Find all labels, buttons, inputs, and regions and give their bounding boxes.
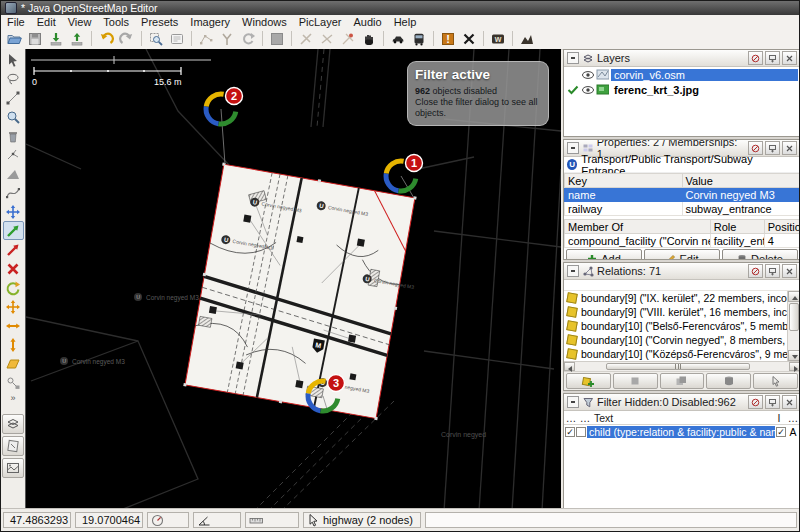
dock-panel-button[interactable] bbox=[765, 395, 780, 409]
menu-tools[interactable]: Tools bbox=[97, 16, 135, 28]
menu-imagery[interactable]: Imagery bbox=[184, 16, 236, 28]
zoom-icon[interactable] bbox=[3, 107, 24, 126]
spline-icon[interactable] bbox=[3, 183, 24, 202]
piclayer-scale-icon[interactable] bbox=[3, 297, 24, 316]
save-icon[interactable] bbox=[25, 29, 45, 48]
piclayer-move-icon[interactable] bbox=[3, 221, 24, 240]
utils-tool-2-icon[interactable] bbox=[317, 29, 337, 48]
map-canvas[interactable]: 0 15.6 m bbox=[26, 49, 561, 511]
dock-panel-button[interactable] bbox=[765, 264, 780, 278]
piclayer-remove-point-icon[interactable] bbox=[3, 259, 24, 278]
merge-nodes-icon[interactable] bbox=[217, 29, 237, 48]
open-icon[interactable] bbox=[4, 29, 24, 48]
delete-tag-button[interactable]: Delete bbox=[722, 249, 798, 260]
relations-filter-strip[interactable] bbox=[564, 280, 800, 291]
collapse-icon[interactable] bbox=[567, 52, 579, 64]
relation-item[interactable]: boundary[10] ("Belső-Ferencváros", 5 mem… bbox=[564, 319, 800, 333]
piclayer-rotate-icon[interactable] bbox=[3, 278, 24, 297]
vertical-scrollbar[interactable] bbox=[787, 291, 800, 361]
horizontal-scrollbar[interactable] bbox=[564, 361, 800, 371]
draw-way-icon[interactable] bbox=[196, 29, 216, 48]
undo-icon[interactable] bbox=[96, 29, 116, 48]
redo-icon[interactable] bbox=[117, 29, 137, 48]
public-transport-icon[interactable] bbox=[409, 29, 429, 48]
extract-node-icon[interactable] bbox=[3, 145, 24, 164]
piclayer-move-point-icon[interactable] bbox=[3, 240, 24, 259]
relation-item[interactable]: boundary[9] ("IX. kerület", 22 members, … bbox=[564, 291, 800, 305]
menu-edit[interactable]: Edit bbox=[31, 16, 62, 28]
duplicate-relation-button[interactable] bbox=[660, 373, 705, 389]
refresh-icon[interactable] bbox=[238, 29, 258, 48]
piclayer-scale-x-icon[interactable] bbox=[3, 316, 24, 335]
add-tag-button[interactable]: Add bbox=[566, 249, 642, 260]
scroll-right-icon[interactable] bbox=[789, 362, 800, 371]
pan-hand-icon[interactable] bbox=[359, 29, 379, 48]
hide-panel-button[interactable] bbox=[748, 395, 763, 409]
toggle-properties-dialog-button[interactable] bbox=[2, 436, 24, 456]
layer-row-osm[interactable]: corvin_v6.osm bbox=[564, 67, 800, 82]
filter-enabled-checkbox[interactable] bbox=[565, 427, 575, 437]
piclayer-shear-icon[interactable] bbox=[3, 354, 24, 373]
select-relation-button[interactable] bbox=[753, 373, 798, 389]
close-panel-button[interactable] bbox=[782, 51, 797, 65]
improve-accuracy-icon[interactable] bbox=[3, 164, 24, 183]
menu-piclayer[interactable]: PicLayer bbox=[293, 16, 348, 28]
menu-help[interactable]: Help bbox=[388, 16, 423, 28]
scroll-left-icon[interactable] bbox=[564, 362, 575, 371]
visibility-eye-icon[interactable] bbox=[581, 69, 594, 81]
stamp-icon[interactable] bbox=[3, 373, 24, 392]
relation-item[interactable]: boundary[9] ("VIII. kerület", 16 members… bbox=[564, 305, 800, 319]
wms-layer-icon[interactable]: w bbox=[488, 29, 508, 48]
preset-row[interactable]: U Transport/Public Transport/Subway Entr… bbox=[564, 157, 800, 173]
edit-tag-button[interactable]: Edit bbox=[644, 249, 720, 260]
collapse-icon[interactable] bbox=[567, 142, 579, 154]
draw-node-icon[interactable] bbox=[3, 88, 24, 107]
hide-panel-button[interactable] bbox=[748, 51, 763, 65]
terrain-levels-icon[interactable] bbox=[517, 29, 537, 48]
scroll-thumb[interactable] bbox=[789, 303, 799, 331]
menu-presets[interactable]: Presets bbox=[135, 16, 184, 28]
menu-view[interactable]: View bbox=[62, 16, 98, 28]
filter-inverted-checkbox[interactable] bbox=[776, 427, 786, 437]
download-data-icon[interactable] bbox=[46, 29, 66, 48]
filter-row[interactable]: child (type:relation & facility:public &… bbox=[564, 425, 800, 439]
menu-windows[interactable]: Windows bbox=[236, 16, 293, 28]
edit-relation-button[interactable] bbox=[613, 373, 658, 389]
car-icon[interactable] bbox=[388, 29, 408, 48]
menu-file[interactable]: File bbox=[1, 16, 31, 28]
status-help-field[interactable] bbox=[425, 512, 797, 528]
menu-audio[interactable]: Audio bbox=[348, 16, 388, 28]
select-icon[interactable] bbox=[3, 50, 24, 69]
layer-row-image[interactable]: ferenc_krt_3.jpg bbox=[564, 82, 800, 97]
visibility-eye-icon[interactable] bbox=[581, 84, 594, 96]
tag-row[interactable]: name Corvin negyed M3 bbox=[565, 188, 800, 202]
new-relation-button[interactable] bbox=[566, 373, 611, 389]
move-layer-icon[interactable] bbox=[3, 202, 24, 221]
close-panel-button[interactable] bbox=[782, 395, 797, 409]
delete-icon[interactable] bbox=[459, 29, 479, 48]
piclayer-scale-y-icon[interactable] bbox=[3, 335, 24, 354]
membership-row[interactable]: compound_facility ("Corvin negyed M3", 1… bbox=[565, 234, 800, 248]
tag-row[interactable]: railway subway_entrance bbox=[565, 202, 800, 216]
toggle-map-dialog-button[interactable] bbox=[2, 458, 24, 478]
delete-relation-button[interactable] bbox=[706, 373, 751, 389]
dock-panel-button[interactable] bbox=[765, 51, 780, 65]
more-tools-button[interactable]: » bbox=[10, 392, 15, 404]
delete-node-icon[interactable] bbox=[3, 126, 24, 145]
history-icon[interactable] bbox=[167, 29, 187, 48]
utils-tool-3-icon[interactable] bbox=[338, 29, 358, 48]
close-panel-button[interactable] bbox=[782, 264, 797, 278]
scroll-down-icon[interactable] bbox=[788, 350, 800, 361]
collapse-icon[interactable] bbox=[567, 265, 579, 277]
scroll-up-icon[interactable] bbox=[788, 291, 800, 302]
lasso-icon[interactable] bbox=[3, 69, 24, 88]
filter-expression[interactable]: child (type:relation & facility:public &… bbox=[587, 426, 775, 438]
scroll-thumb[interactable] bbox=[606, 363, 750, 370]
zoom-to-selection-icon[interactable] bbox=[146, 29, 166, 48]
upload-data-icon[interactable] bbox=[67, 29, 87, 48]
imagery-layer-icon[interactable] bbox=[267, 29, 287, 48]
filter-hidden-checkbox[interactable] bbox=[576, 427, 586, 437]
hide-panel-button[interactable] bbox=[748, 264, 763, 278]
relation-item[interactable]: boundary[10] ("Corvin negyed", 8 members… bbox=[564, 333, 800, 347]
collapse-icon[interactable] bbox=[567, 396, 579, 408]
